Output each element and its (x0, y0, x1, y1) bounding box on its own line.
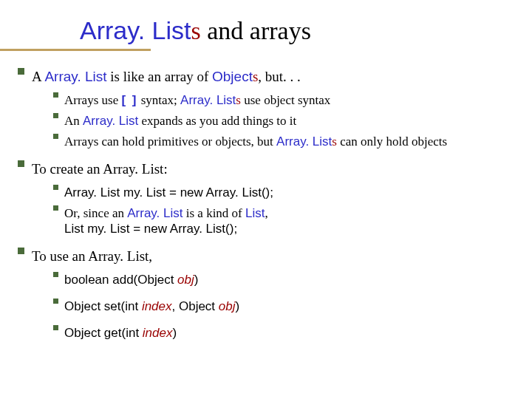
sub-item: Object set(int index, Object obj) (53, 299, 517, 315)
square-bullet-icon (53, 92, 58, 98)
t: can only hold objects (337, 134, 447, 149)
title-rest: and arrays (201, 17, 311, 44)
t: expands as you add things to it (138, 114, 296, 128)
t-cls: List (245, 206, 265, 220)
t: ) (172, 326, 177, 340)
t: Object get(int (64, 326, 143, 340)
t: Arrays use (64, 93, 121, 107)
slide-body: A Array. List is like an array of Object… (18, 68, 517, 346)
point-2-sub: Array. List my. List = new Array. List()… (53, 185, 517, 237)
sub-item: An Array. List expands as you add things… (53, 113, 517, 129)
t-param: index (142, 299, 172, 313)
square-bullet-icon (53, 299, 58, 304)
t-cls: Array. List (180, 93, 236, 107)
t: An (64, 114, 83, 128)
point-1-text: A Array. List is like an array of Object… (32, 68, 517, 86)
t: , Object (172, 299, 219, 313)
point-1-sub: Arrays use [ ] syntax; Array. Lists use … (53, 92, 517, 149)
point-3: To use an Array. List, (18, 248, 517, 265)
sub-item: Arrays can hold primitives or objects, b… (53, 134, 517, 150)
t: s (332, 134, 337, 149)
point-2: To create an Array. List: (18, 160, 517, 178)
sub-item: Arrays use [ ] syntax; Array. Lists use … (53, 92, 517, 109)
sub-item: boolean add(Object obj) (53, 272, 517, 288)
point-3-text: To use an Array. List, (32, 248, 517, 265)
sub-text: Arrays can hold primitives or objects, b… (64, 134, 517, 150)
t: Or, since an (64, 206, 127, 220)
t: , but. . . (258, 69, 301, 84)
square-bullet-icon (18, 68, 24, 75)
t-cls: Array. List (83, 114, 138, 128)
sub-text: Array. List my. List = new Array. List()… (64, 185, 517, 201)
t-cls: Array. List (276, 134, 332, 149)
t: , (265, 206, 268, 220)
t: A (32, 69, 44, 84)
sub-item: Or, since an Array. List is a kind of Li… (53, 205, 517, 238)
sub-text: Arrays use [ ] syntax; Array. Lists use … (64, 92, 517, 109)
t-code: List my. List = new Array. List(); (64, 222, 237, 236)
t-cls: Object (212, 69, 253, 84)
t: is like an array of (107, 69, 212, 84)
sub-item: Array. List my. List = new Array. List()… (53, 185, 517, 201)
sub-item: Object get(int index) (53, 325, 517, 341)
t: Arrays can hold primitives or objects, b… (64, 134, 276, 149)
t: boolean add(Object (64, 273, 177, 287)
point-2-text: To create an Array. List: (32, 160, 517, 178)
t: Object set(int (64, 299, 142, 313)
sub-text: An Array. List expands as you add things… (64, 113, 517, 129)
t: use object syntax (241, 93, 330, 107)
sub-text: Or, since an Array. List is a kind of Li… (64, 205, 517, 238)
square-bullet-icon (18, 248, 24, 254)
sub-text: Object set(int index, Object obj) (64, 299, 517, 315)
t-brackets: [ ] (121, 93, 137, 107)
t-param: obj (219, 299, 236, 313)
t-cls: Array. List (127, 206, 183, 220)
sub-text: Object get(int index) (64, 325, 517, 341)
point-1: A Array. List is like an array of Object… (18, 68, 517, 86)
point-3-sub: boolean add(Object obj) Object set(int i… (53, 272, 517, 341)
title-plural: s (191, 17, 201, 44)
t: is a kind of (183, 206, 246, 220)
square-bullet-icon (53, 205, 58, 211)
t: ) (236, 299, 240, 313)
t-param: obj (177, 273, 194, 287)
square-bullet-icon (53, 272, 58, 277)
square-bullet-icon (53, 134, 58, 139)
title-class: Array. List (80, 16, 191, 44)
square-bullet-icon (53, 185, 58, 190)
square-bullet-icon (53, 113, 58, 118)
square-bullet-icon (18, 160, 24, 167)
t: s (236, 93, 241, 107)
title-underline (0, 49, 151, 51)
t: syntax; (137, 93, 180, 107)
t: ) (194, 273, 199, 287)
sub-text: boolean add(Object obj) (64, 272, 517, 288)
t-param: index (143, 326, 173, 340)
slide-title: Array. Lists and arrays (80, 16, 311, 45)
t-cls: Array. List (44, 69, 106, 84)
square-bullet-icon (53, 325, 58, 330)
